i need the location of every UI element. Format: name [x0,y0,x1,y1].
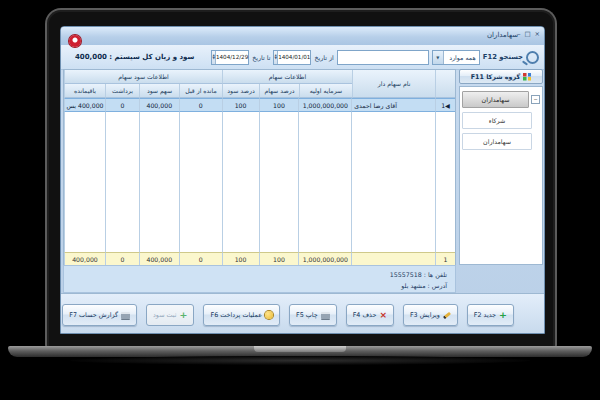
spinner-icon[interactable]: ▲▼ [212,51,216,64]
system-profit-label: سود و زیان کل سیستم : 400,000 [75,53,194,61]
summary-withdrawal: 0 [105,252,139,266]
filter-dropdown[interactable]: همه موارد ▼ [432,50,480,65]
cell-profit-share: 400,000 [139,98,179,112]
button-label: جدید F2 [474,311,496,319]
cell-profit-percent: 100 [222,98,259,112]
summary-indicator: 1 [435,252,455,266]
column-header-name[interactable]: نام سهام دار [352,70,435,98]
summary-share-percent: 100 [259,252,299,266]
cell-withdrawal: 0 [105,98,139,112]
partner-groups-label: گروه شرکا F11 [471,73,521,81]
group-header-stock-info: اطلاعات سهام [222,70,352,84]
button-label: حذف F4 [353,311,377,319]
search-cluster: جستجو F12 همه موارد ▼ از تاریخ 1404/01/0… [211,49,539,65]
app-window: سهامداران – □ × سود و زیان کل سیستم : 40… [60,26,545,334]
cell-previous-balance: 0 [179,98,222,112]
cell-initial-capital: 1,000,000,000 [298,98,351,112]
summary-profit-percent: 100 [222,252,259,266]
edit-button[interactable]: ویرایش F3 [403,304,458,326]
column-header-previous-balance[interactable]: مانده از قبل [179,84,222,98]
payment-icon [265,311,273,319]
column-header-remaining[interactable]: باقیمانده [64,84,105,98]
search-label: جستجو F12 [483,53,523,61]
plus-icon [499,310,507,320]
summary-row: 1 1,000,000,000 100 100 0 400,000 0 400,… [64,252,455,266]
column-header-profit-percent[interactable]: درصد سود [222,84,259,98]
row-indicator-header [435,70,455,98]
button-label: ویرایش F3 [410,311,440,319]
button-label: گزارش حساب F7 [69,311,118,319]
summary-remaining: 400,000 [64,252,105,266]
print-button[interactable]: چاپ F5 [289,304,337,326]
tree-item-shareholders-root[interactable]: − سهامداران [462,91,540,108]
search-toolbar: سود و زیان کل سیستم : 400,000 جستجو F12 … [61,45,544,70]
summary-previous-balance: 0 [179,252,222,266]
printer-icon [321,312,330,319]
search-icon [526,51,539,64]
grid-header: نام سهام دار اطلاعات سهام سرمایه اولیه د… [64,70,455,98]
column-header-withdrawal[interactable]: برداشت [105,84,139,98]
summary-profit-share: 400,000 [139,252,179,266]
collapse-icon[interactable]: − [531,95,540,104]
tree-item-label: سهامداران [462,91,529,108]
account-report-button[interactable]: گزارش حساب F7 [62,304,137,326]
pencil-icon [443,311,451,318]
window-title: سهامداران [487,31,518,39]
tree-item-partners[interactable]: شرکاء [462,112,540,129]
spinner-icon[interactable]: ▲▼ [274,51,278,64]
group-header-profit-info: اطلاعات سود سهام [64,70,222,84]
register-profit-button[interactable]: ثبت سود [146,304,194,326]
titlebar: سهامداران – □ × [61,27,544,46]
table-row[interactable]: ◀1 آقای رضا احمدی 1,000,000,000 100 100 … [64,98,455,112]
payment-operations-button[interactable]: عملیات پرداخت F6 [203,304,279,326]
new-button[interactable]: جدید F2 [467,304,514,326]
grid-empty-area [64,112,455,252]
chevron-down-icon: ▼ [433,51,444,64]
group-grid-icon [523,73,531,81]
footer-toolbar: جدید F2 ویرایش F3 حذف F4 چاپ F5 عملیات پ… [61,293,544,334]
column-header-share-percent[interactable]: درصد سهام [259,84,299,98]
search-input[interactable] [337,50,429,65]
button-label: عملیات پرداخت F6 [210,311,261,319]
tree-item-label: شرکاء [462,112,532,129]
tree-item-label: سهامداران [462,133,532,150]
maximize-button[interactable]: □ [524,30,530,38]
partner-groups-sidebar: گروه شرکا F11 − سهامداران شرکاء سهامدارا… [459,69,543,265]
column-header-initial-capital[interactable]: سرمایه اولیه [299,84,352,98]
from-date-label: از تاریخ [314,54,333,61]
stock-info-group: اطلاعات سهام سرمایه اولیه درصد سهام درصد… [222,70,352,98]
column-header-profit-share[interactable]: سهم سود [139,84,179,98]
to-date-value: 1404/12/29 [216,54,248,60]
filter-selected-value: همه موارد [444,54,479,61]
button-label: چاپ F5 [296,311,318,319]
plus-icon [180,310,188,320]
selected-row-info-panel: تلفن ها : 15557518 آدرس : مشهد بلو [63,265,456,293]
laptop-latch [254,346,346,352]
address-label: آدرس : مشهد بلو [64,280,447,291]
to-date-field[interactable]: 1404/12/29 ▲▼ [211,50,249,65]
delete-button[interactable]: حذف F4 [346,304,394,326]
delete-icon [379,311,387,320]
summary-name [351,252,435,266]
profit-info-group: اطلاعات سود سهام مانده از قبل سهم سود بر… [64,70,222,98]
cell-shareholder-name: آقای رضا احمدی [351,98,435,112]
groups-tree: − سهامداران شرکاء سهامداران [459,86,543,265]
from-date-field[interactable]: 1404/01/01 ▲▼ [273,50,311,65]
cell-share-percent: 100 [259,98,299,112]
tree-item-shareholders[interactable]: سهامداران [462,133,540,150]
cell-remaining: 400,000 بس [64,98,105,112]
laptop-shadow [70,356,530,365]
phones-label: تلفن ها : 15557518 [64,269,447,280]
row-indicator: ◀1 [435,98,455,112]
summary-initial-capital: 1,000,000,000 [298,252,351,266]
main-area: نام سهام دار اطلاعات سهام سرمایه اولیه د… [61,69,544,265]
printer-icon [121,312,130,319]
shareholders-grid: نام سهام دار اطلاعات سهام سرمایه اولیه د… [63,69,456,265]
to-date-label: تا تاریخ [252,54,270,61]
minimize-button[interactable]: – [517,30,520,38]
footer-buttons: جدید F2 ویرایش F3 حذف F4 چاپ F5 عملیات پ… [67,304,514,326]
close-button[interactable]: × [535,30,540,38]
from-date-value: 1404/01/01 [278,54,310,60]
partner-groups-button[interactable]: گروه شرکا F11 [459,69,543,84]
window-controls: – □ × [517,30,540,38]
